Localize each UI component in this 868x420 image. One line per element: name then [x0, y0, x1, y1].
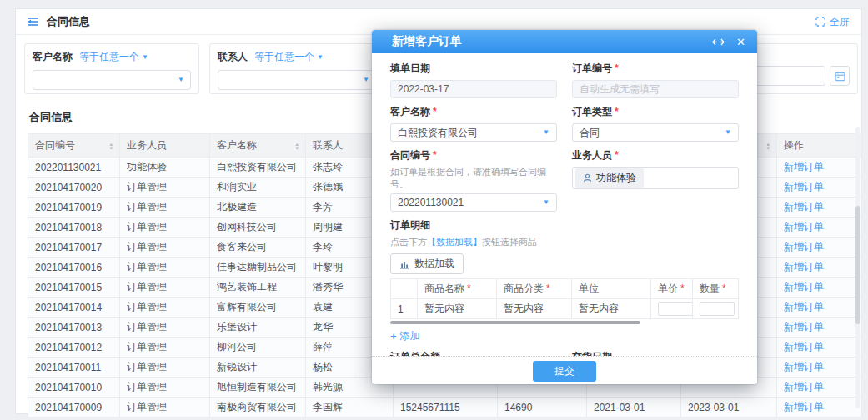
cell-staff: 订单管理: [120, 278, 210, 298]
cell-contact: 李国辉: [306, 398, 394, 418]
customer-select[interactable]: 白熙投资有限公司 ▼: [390, 123, 557, 142]
cell-staff: 订单管理: [120, 338, 210, 358]
col-header-customer[interactable]: 客户名称 ▴▾: [210, 134, 306, 158]
submit-button[interactable]: 提交: [533, 361, 596, 382]
filter-operator-dropdown[interactable]: 等于任意一个 ▼: [79, 50, 148, 64]
cell-staff: 订单管理: [120, 178, 210, 198]
cell-contract-no: 202104170014: [28, 298, 120, 318]
filter-contact-input[interactable]: ▼: [218, 70, 376, 90]
cell-action: 新增订单: [777, 318, 862, 338]
table-row: 202104170009 订单管理 南极商贸有限公司 李国辉 152456711…: [28, 398, 862, 418]
cell-contract-no: 202104170020: [28, 178, 120, 198]
cell-staff: 功能体验: [120, 158, 210, 178]
chevron-down-icon: ▼: [317, 54, 324, 61]
table-scrollbar[interactable]: [855, 127, 860, 408]
cell-action: 新增订单: [777, 218, 862, 238]
cell-customer: 南极商贸有限公司: [210, 398, 306, 418]
new-order-link[interactable]: 新增订单: [784, 381, 824, 392]
cell-customer: 柳河公司: [210, 338, 306, 358]
detail-hint: 点击下方【数据加载】按钮选择商品: [390, 236, 739, 248]
cell-action: 新增订单: [777, 398, 862, 418]
add-row-link[interactable]: + 添加: [390, 329, 420, 343]
new-order-link[interactable]: 新增订单: [784, 161, 824, 172]
fill-date-label: 填单日期: [390, 62, 557, 76]
cell-start-date: 2021-03-01: [587, 398, 681, 418]
cell-customer: 佳事达糖制品公司: [210, 258, 306, 278]
data-load-button[interactable]: 数据加载: [390, 253, 464, 274]
cell-action: 新增订单: [777, 278, 862, 298]
new-order-link[interactable]: 新增订单: [784, 281, 824, 292]
item-product-category[interactable]: 暂无内容: [497, 299, 572, 319]
chevron-down-icon: ▼: [543, 199, 549, 206]
fullscreen-button[interactable]: 全屏: [815, 15, 850, 29]
staff-field[interactable]: 功能体验: [572, 167, 739, 189]
sort-icon: ▴▾: [766, 142, 770, 150]
cell-contract-no: 202104170011: [28, 358, 120, 378]
staff-label: 业务人员*: [572, 148, 739, 162]
cell-customer: 北极建造: [210, 198, 306, 218]
new-order-link[interactable]: 新增订单: [784, 321, 824, 332]
customer-label: 客户名称*: [390, 105, 557, 119]
cell-contract-no: 202104170015: [28, 278, 120, 298]
new-order-link[interactable]: 新增订单: [784, 181, 824, 192]
cell-action: 新增订单: [777, 178, 862, 198]
cell-action: 新增订单: [777, 158, 862, 178]
cell-contract-no: 202104170016: [28, 258, 120, 278]
cell-customer: 旭恒制造有限公司: [210, 378, 306, 398]
resize-horizontal-icon[interactable]: [712, 38, 725, 46]
cell-contract-no: 202104170013: [28, 318, 120, 338]
staff-chip: 功能体验: [575, 168, 644, 188]
cell-customer: 白熙投资有限公司: [210, 158, 306, 178]
cell-action: 新增订单: [777, 378, 862, 398]
order-items-table: 商品名称* 商品分类* 单位 单价* 数量* 1 暂无内容 暂无内容 暂无内容: [390, 278, 739, 319]
new-order-link[interactable]: 新增订单: [784, 261, 824, 272]
items-horizontal-scrollbar[interactable]: [390, 321, 739, 325]
filter-customer-input[interactable]: ▼: [33, 70, 191, 90]
new-order-link[interactable]: 新增订单: [784, 201, 824, 212]
modal-title: 新增客户订单: [392, 34, 700, 49]
col-unit-price: 单价*: [651, 279, 693, 299]
order-type-select[interactable]: 合同 ▼: [572, 123, 739, 142]
cell-staff: 订单管理: [120, 218, 210, 238]
cell-customer: 鸿艺装饰工程: [210, 278, 306, 298]
cell-staff: 订单管理: [120, 298, 210, 318]
new-order-link[interactable]: 新增订单: [784, 401, 824, 412]
filter-card-contact: 联系人 等于任意一个 ▼ ▼: [209, 43, 384, 94]
modal-footer: 提交: [372, 356, 757, 384]
cell-customer: 富辉有限公司: [210, 298, 306, 318]
col-unit: 单位: [572, 279, 651, 299]
new-order-link[interactable]: 新增订单: [784, 221, 824, 232]
quantity-input[interactable]: [700, 302, 735, 316]
scrollbar-thumb[interactable]: [390, 321, 640, 324]
collapse-menu-icon[interactable]: [28, 17, 39, 27]
cell-customer: 食客来公司: [210, 238, 306, 258]
cell-contract-no: 202104170017: [28, 238, 120, 258]
cell-staff: 订单管理: [120, 318, 210, 338]
close-icon[interactable]: ✕: [736, 36, 745, 48]
new-order-link[interactable]: 新增订单: [784, 241, 824, 252]
new-order-link[interactable]: 新增订单: [784, 341, 824, 352]
col-header-contract-no[interactable]: 合同编号 ▴▾: [28, 134, 120, 158]
item-product-name[interactable]: 暂无内容: [418, 299, 497, 319]
calendar-button[interactable]: [830, 66, 850, 86]
chevron-down-icon: ▼: [725, 129, 731, 136]
chevron-down-icon: ▼: [178, 77, 184, 83]
plus-icon: +: [390, 331, 397, 342]
item-unit[interactable]: 暂无内容: [572, 299, 651, 319]
unit-price-input[interactable]: [658, 302, 693, 316]
cell-contract-no: 202104170009: [28, 398, 120, 418]
filter-label: 联系人: [218, 50, 248, 64]
cell-customer: 乐堡设计: [210, 318, 306, 338]
chevron-down-icon: ▼: [142, 54, 148, 61]
filter-operator-dropdown[interactable]: 等于任意一个 ▼: [254, 50, 324, 64]
new-order-link[interactable]: 新增订单: [784, 301, 824, 312]
contract-no-select[interactable]: 202201130021 ▼: [390, 193, 557, 212]
fullscreen-label: 全屏: [830, 15, 850, 29]
cell-contract-no: 202104170019: [28, 198, 120, 218]
col-header-action: 操作: [777, 134, 862, 158]
cell-customer: 和润实业: [210, 178, 306, 198]
new-order-link[interactable]: 新增订单: [784, 361, 824, 372]
cell-phone: 15245671115: [394, 398, 498, 418]
filter-label: 客户名称: [33, 50, 73, 64]
scrollbar-thumb[interactable]: [855, 206, 860, 324]
